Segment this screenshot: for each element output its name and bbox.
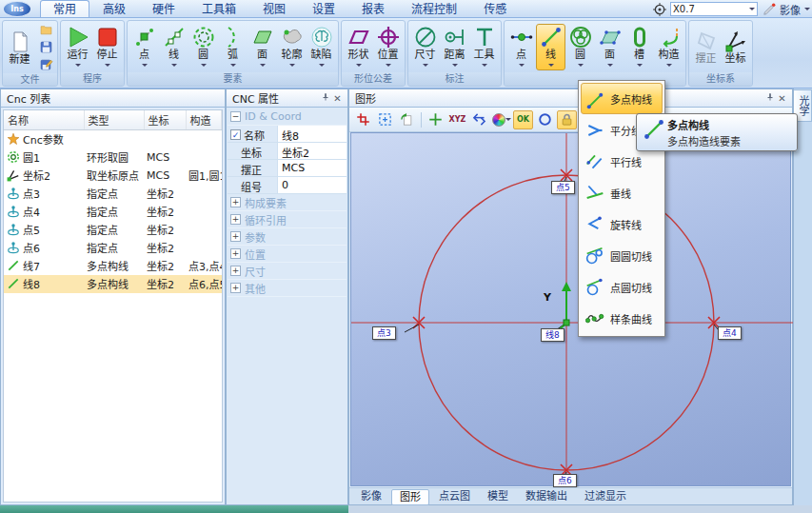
distance-button[interactable]: 距离	[440, 24, 469, 70]
cnc-row-点3[interactable]: 点3指定点坐标2	[4, 185, 222, 203]
prop-section-5[interactable]: +尺寸	[228, 263, 347, 280]
magnification-select[interactable]: X0.7	[670, 2, 758, 16]
prop-value[interactable]: MCS	[277, 160, 347, 176]
cnc-row-点6[interactable]: 点6指定点坐标2	[4, 239, 222, 257]
crop-tool-button[interactable]	[353, 110, 373, 129]
prop-section-0[interactable]: −ID & Coord	[228, 109, 347, 126]
stop-button[interactable]: 停止	[92, 24, 122, 70]
run-button[interactable]: 运行	[63, 24, 92, 70]
expand-icon[interactable]: +	[230, 266, 241, 276]
position-tolerance-button[interactable]: 位置	[373, 24, 403, 70]
coordinate-button[interactable]: 坐标	[721, 28, 750, 66]
ribbon-tab-advanced[interactable]: 高级	[89, 0, 139, 17]
crosshair-target-icon[interactable]	[652, 2, 666, 16]
cnc-row-点4[interactable]: 点4指定点坐标2	[4, 203, 222, 221]
menu-item-spline-curve[interactable]: 样条曲线	[581, 303, 663, 334]
ribbon-tab-hardware[interactable]: 硬件	[139, 0, 188, 17]
ribbon-tab-view[interactable]: 视图	[249, 0, 299, 17]
line8-label[interactable]: 线8	[541, 328, 564, 342]
prop-section-6[interactable]: +其他	[228, 280, 347, 297]
ribbon-tab-sensor[interactable]: 传感	[470, 0, 520, 17]
swap-arrows-tool-button[interactable]	[469, 110, 489, 129]
view-tab-point-cloud[interactable]: 点云图	[431, 489, 478, 503]
view-tab-graphic[interactable]: 图形	[391, 489, 429, 505]
defect-button[interactable]: 缺陷	[307, 24, 336, 70]
plane-button[interactable]: 面	[248, 24, 277, 70]
view-tab-model[interactable]: 模型	[480, 489, 516, 503]
prop-value[interactable]: 0	[277, 177, 347, 193]
column-header[interactable]: 名称	[4, 110, 84, 130]
lock-tool-button[interactable]	[557, 110, 577, 129]
xyz-tool-button[interactable]: XYZ	[447, 110, 467, 129]
slot-button[interactable]: 槽	[624, 24, 654, 70]
expand-icon[interactable]: +	[230, 214, 241, 225]
point-label-left[interactable]: 点3	[372, 326, 396, 340]
ribbon-tab-settings[interactable]: 设置	[299, 0, 348, 17]
cnc-row-坐标2[interactable]: 坐标2取坐标原点MCS圆1,圆1,...	[4, 167, 222, 185]
contour-button[interactable]: 轮廓	[277, 24, 307, 70]
pen-icon[interactable]	[762, 2, 776, 16]
ribbon-tab-flow-control[interactable]: 流程控制	[398, 0, 470, 17]
expand-icon[interactable]: +	[230, 283, 241, 293]
prop-section-3[interactable]: +参数	[228, 228, 347, 246]
circle-button[interactable]: 圆	[188, 24, 218, 70]
menu-item-perpendicular-line[interactable]: 垂线	[581, 177, 663, 208]
menu-item-rotate-line[interactable]: 旋转线	[581, 208, 663, 240]
line-button[interactable]: 线	[159, 24, 188, 70]
rotate-view-tool-button[interactable]	[397, 110, 417, 129]
drawing-canvas[interactable]: Y 点3 点4 点5 点6 线8	[350, 132, 791, 486]
construct-button[interactable]: 构造	[654, 24, 683, 70]
view-tab-data-output[interactable]: 数据输出	[518, 489, 575, 503]
open-button[interactable]	[36, 22, 55, 38]
expand-icon[interactable]: +	[230, 248, 241, 259]
align-button[interactable]: 摆正	[691, 28, 721, 66]
close-icon[interactable]: ✕	[331, 93, 344, 104]
pin-icon[interactable]	[319, 92, 331, 104]
view-tab-image[interactable]: 影像	[353, 489, 389, 503]
view-tab-filter-display[interactable]: 过滤显示	[577, 489, 634, 503]
construct-point-button[interactable]: 点	[506, 24, 536, 70]
construct-circle-button[interactable]: 圆	[565, 24, 595, 70]
column-header[interactable]: 构造	[186, 110, 222, 130]
point-label-top[interactable]: 点5	[551, 181, 575, 194]
cnc-row-圆1[interactable]: 圆1环形取圆MCS	[4, 148, 222, 167]
save-button[interactable]	[36, 39, 55, 55]
construct-line-button[interactable]: 线	[536, 24, 565, 70]
close-icon[interactable]: ✕	[776, 93, 788, 104]
fit-tool-button[interactable]	[375, 110, 395, 129]
tool-button[interactable]: 工具	[469, 24, 499, 70]
palette-tool-button[interactable]	[491, 110, 511, 129]
menu-item-circle-circle-tangent[interactable]: 圆圆切线	[581, 240, 663, 271]
dimension-button[interactable]: 尺寸	[410, 24, 440, 70]
collapse-icon[interactable]: −	[230, 111, 241, 122]
prop-section-2[interactable]: +循环引用	[228, 211, 347, 228]
ribbon-tab-toolbox[interactable]: 工具箱	[188, 0, 249, 17]
shape-tolerance-button[interactable]: 形状	[344, 24, 373, 70]
menu-item-point-circle-tangent[interactable]: 点圆切线	[581, 271, 663, 303]
point-label-right[interactable]: 点4	[718, 326, 742, 340]
app-logo-button[interactable]: Ins	[3, 1, 31, 17]
point-button[interactable]: 点	[129, 24, 159, 70]
expand-icon[interactable]: +	[230, 197, 241, 207]
ok-tool-button[interactable]: OK	[513, 110, 533, 129]
point-label-bottom[interactable]: 点6	[553, 474, 577, 487]
mode-chevron-icon[interactable]	[804, 8, 810, 13]
prop-value[interactable]: 线8	[277, 126, 347, 142]
checkbox-checked-icon[interactable]: ✓	[230, 129, 241, 140]
prop-value[interactable]: 坐标2	[277, 143, 347, 159]
menu-item-multipoint-line[interactable]: 多点构线	[581, 83, 663, 114]
cnc-row-Cnc参数[interactable]: Cnc参数	[4, 130, 222, 148]
prop-section-4[interactable]: +位置	[228, 246, 347, 263]
crosshair-tool-button[interactable]	[426, 110, 446, 129]
cnc-row-线7[interactable]: 线7多点构线坐标2点3,点4	[4, 257, 222, 275]
save-as-button[interactable]	[36, 56, 55, 72]
cnc-row-点5[interactable]: 点5指定点坐标2	[4, 221, 222, 239]
column-header[interactable]: 类型	[84, 110, 144, 130]
ribbon-tab-report[interactable]: 报表	[348, 0, 398, 17]
new-button[interactable]: 新建	[5, 29, 34, 67]
arc-button[interactable]: 弧	[218, 24, 248, 70]
circle-select-tool-button[interactable]	[535, 110, 555, 129]
expand-icon[interactable]: +	[230, 231, 241, 242]
construct-plane-button[interactable]: 面	[595, 24, 624, 70]
column-header[interactable]: 坐标	[144, 110, 186, 130]
